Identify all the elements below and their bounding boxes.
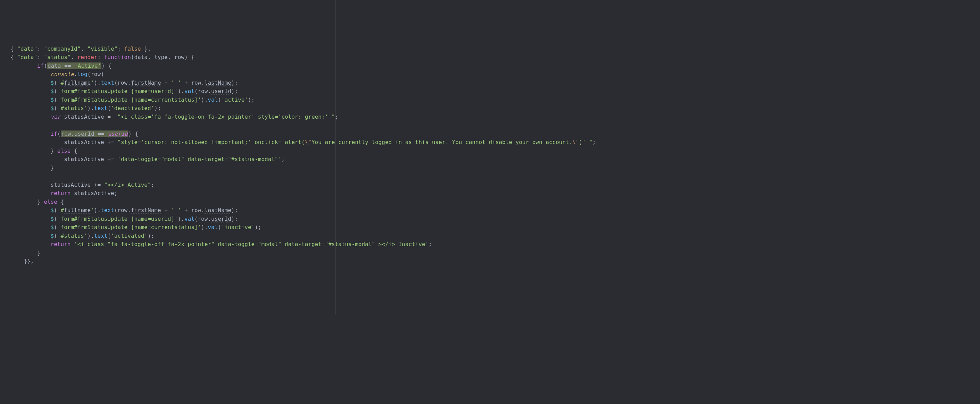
code-token: );	[255, 224, 261, 230]
code-token: userId	[211, 88, 231, 94]
code-token: ' '	[171, 79, 181, 86]
code-token: 'active'	[221, 97, 248, 103]
code-token: },	[141, 46, 151, 52]
code-line[interactable]: }	[10, 164, 980, 173]
code-token: "companyId"	[44, 46, 81, 52]
code-token: statusActive	[64, 114, 104, 120]
code-token: '<i class="fa fa-toggle-off fa-2x pointe…	[74, 241, 428, 247]
code-line[interactable]: { "data": "status", render: function(dat…	[10, 53, 980, 62]
code-token: ,	[81, 46, 87, 52]
code-token: "status"	[44, 54, 70, 60]
code-token: )' "	[579, 139, 593, 146]
code-token: ).	[88, 105, 94, 111]
highlighted-range: row.userId == userid	[61, 130, 129, 137]
code-token: data	[48, 62, 64, 69]
code-token	[10, 88, 51, 94]
code-line[interactable]: return statusActive;	[10, 189, 980, 198]
code-line[interactable]: $('#fullname').text(row.firstName + ' ' …	[10, 206, 980, 215]
code-token: ) {	[128, 130, 138, 137]
code-token: ).	[88, 233, 94, 239]
code-token: }},	[10, 258, 34, 265]
code-token: +=	[104, 139, 118, 146]
code-line[interactable]: statusActive += "style='cursor: not-allo…	[10, 138, 980, 147]
code-token: (	[44, 62, 47, 69]
code-line[interactable]: $('form#frmStatusUpdate [name=userid]').…	[10, 87, 980, 96]
code-token: ;	[428, 241, 432, 247]
code-token: fullname	[64, 79, 91, 86]
code-token: );	[248, 97, 255, 103]
code-token: }	[10, 147, 57, 154]
code-line[interactable]: $('form#frmStatusUpdate [name=userid]').…	[10, 215, 980, 223]
code-token: "<i class='fa fa-toggle-on fa-2x pointer…	[118, 114, 335, 120]
code-line[interactable]: if(row.userId == userid) {	[10, 130, 980, 138]
code-editor-content[interactable]: { "data": "companyId", "visible": false …	[10, 45, 980, 266]
code-token: );	[231, 88, 238, 94]
code-token: )	[101, 71, 104, 78]
code-token: (	[54, 79, 57, 86]
code-token: .	[201, 207, 205, 214]
code-line[interactable]: console.log(row)	[10, 70, 980, 79]
code-token: ).	[201, 97, 208, 103]
code-token: :	[97, 54, 104, 60]
code-line[interactable]: } else {	[10, 147, 980, 155]
code-line[interactable]: }	[10, 249, 980, 258]
code-token: $	[51, 79, 54, 86]
code-token: "visible"	[88, 46, 118, 52]
code-token: val	[208, 97, 218, 103]
code-token: text	[101, 207, 114, 214]
code-token: ' '	[171, 207, 181, 214]
code-token: return	[51, 241, 71, 247]
code-token: (	[57, 130, 61, 137]
code-line[interactable]	[10, 121, 980, 130]
code-token	[10, 114, 51, 120]
code-token: else	[57, 147, 71, 154]
code-line[interactable]: statusActive += "></i> Active";	[10, 181, 980, 190]
code-line[interactable]	[10, 172, 980, 181]
code-token	[10, 122, 14, 128]
code-token: ).	[178, 215, 185, 222]
code-line[interactable]: $('form#frmStatusUpdate [name=currentsta…	[10, 96, 980, 105]
code-token: row	[191, 207, 201, 214]
code-token: );	[154, 105, 161, 111]
code-token: $	[51, 97, 54, 103]
code-token: ==	[64, 62, 74, 69]
code-line[interactable]: var statusActive = "<i class='fa fa-togg…	[10, 113, 980, 122]
code-token: (	[54, 224, 57, 230]
code-token: '	[91, 207, 94, 214]
code-token: +	[161, 79, 171, 86]
code-token: ,	[70, 54, 77, 60]
code-line[interactable]: if(data == 'Active') {	[10, 62, 980, 70]
code-token: '	[91, 79, 94, 86]
code-token: (	[107, 105, 111, 111]
code-line[interactable]: { "data": "companyId", "visible": false …	[10, 45, 980, 54]
code-token: row	[61, 130, 71, 137]
code-token: ;	[335, 114, 338, 120]
code-token: '#status'	[57, 233, 88, 239]
code-token: );	[148, 233, 154, 239]
code-token: {	[10, 46, 17, 52]
code-token	[10, 207, 51, 214]
code-token: userId	[211, 215, 231, 222]
code-line[interactable]: }},	[10, 257, 980, 266]
code-token	[10, 71, 51, 78]
code-token: (	[114, 79, 118, 86]
code-token: {	[70, 147, 77, 154]
code-token: ).	[178, 88, 185, 94]
code-token	[10, 97, 51, 103]
code-line[interactable]: statusActive += 'data-toggle="modal" dat…	[10, 155, 980, 164]
code-token: ) {	[185, 54, 194, 60]
code-token: \"	[572, 139, 579, 146]
code-line[interactable]: $('#status').text('activated');	[10, 232, 980, 241]
code-line[interactable]: $('#status').text('deactivated');	[10, 104, 980, 113]
code-line[interactable]: } else {	[10, 198, 980, 206]
code-token: if	[37, 62, 44, 69]
code-token: (	[54, 215, 57, 222]
code-token: val	[185, 88, 194, 94]
code-line[interactable]: return '<i class="fa fa-toggle-off fa-2x…	[10, 240, 980, 249]
code-line[interactable]: $('form#frmStatusUpdate [name=currentsta…	[10, 223, 980, 232]
code-token: $	[51, 105, 54, 111]
code-line[interactable]: $('#fullname').text(row.firstName + ' ' …	[10, 79, 980, 87]
code-token	[10, 62, 37, 69]
code-token: (	[88, 71, 91, 78]
code-token: :	[37, 54, 44, 60]
